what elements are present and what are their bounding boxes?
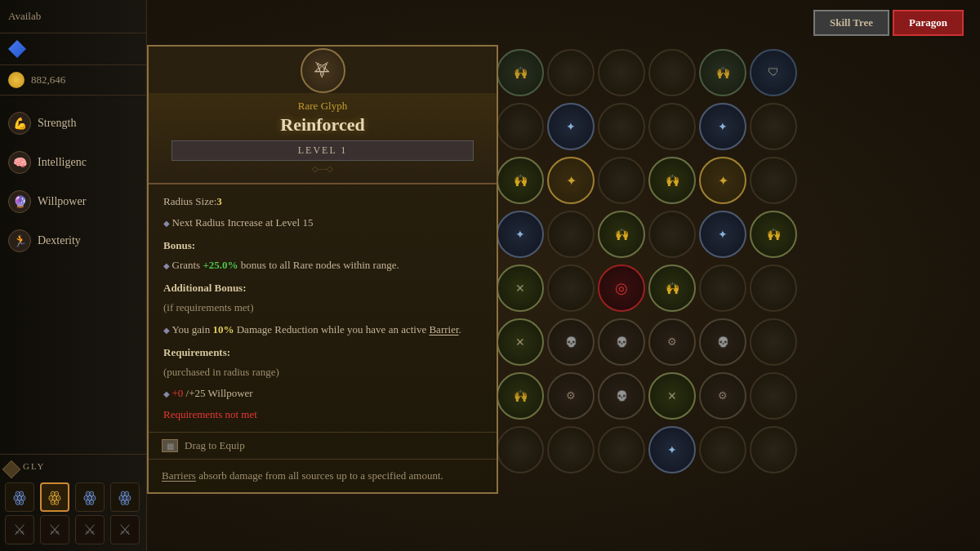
additional-end: .	[459, 323, 461, 335]
sidebar: Availab 882,646 💪 Strength 🧠 Intelligenc…	[0, 0, 147, 551]
node-2-2[interactable]: ✦	[547, 103, 595, 150]
node-1-5[interactable]: 🙌	[699, 49, 746, 96]
node-8-2[interactable]	[547, 426, 595, 473]
node-7-6[interactable]	[750, 372, 797, 420]
req-value-line: +0 /+25 Willpower	[163, 384, 482, 402]
drag-icon: ▦	[162, 439, 178, 452]
dexterity-label: Dexterity	[38, 234, 81, 247]
glyph-slot-3[interactable]: ꙮ	[75, 482, 105, 512]
node-6-4[interactable]: ⚙	[648, 318, 696, 366]
node-4-4[interactable]	[648, 211, 696, 258]
node-8-5[interactable]	[699, 426, 746, 473]
grid-row-8: ✦	[497, 426, 973, 473]
node-5-1[interactable]: ✕	[497, 264, 544, 312]
node-7-4[interactable]: ✕	[648, 372, 696, 420]
glyph-symbol-2: ꙮ	[48, 488, 61, 506]
node-6-3[interactable]: 💀	[598, 318, 645, 366]
next-radius-text: Next Radius Increase at Level 15	[172, 216, 314, 229]
node-2-1[interactable]	[497, 103, 544, 150]
node-4-1[interactable]: ✦	[497, 211, 544, 258]
glyph-slot-2[interactable]: ꙮ	[40, 482, 69, 512]
node-3-6[interactable]	[750, 157, 797, 204]
node-2-4[interactable]	[648, 103, 696, 150]
strength-icon: 💪	[8, 112, 31, 135]
glyph-slot-8[interactable]: ⚔	[110, 515, 140, 544]
willpower-label: Willpower	[38, 195, 86, 208]
next-radius-line: Next Radius Increase at Level 15	[163, 214, 482, 232]
node-1-3[interactable]	[598, 49, 645, 96]
stat-willpower[interactable]: 🔮 Willpower	[0, 182, 146, 221]
req-mid: /+25	[183, 387, 207, 399]
barrier-def-text: absorb damage from all sources up to a s…	[196, 469, 443, 482]
node-6-6[interactable]	[750, 318, 797, 366]
glyph-slot-7[interactable]: ⚔	[75, 515, 105, 544]
rare-type-label: Rare Glyph	[155, 100, 490, 113]
tooltip-icon-container: ⛧	[149, 47, 497, 93]
paragon-button[interactable]: Paragon	[893, 10, 964, 36]
if-req-line: (if requirements met)	[163, 299, 482, 317]
node-4-6[interactable]: 🙌	[750, 211, 797, 258]
node-3-3[interactable]	[598, 157, 645, 204]
tooltip-body: Radius Size:3 Next Radius Increase at Le…	[149, 184, 497, 432]
node-4-3[interactable]: 🙌	[598, 211, 645, 258]
node-6-1[interactable]: ✕	[497, 318, 544, 366]
node-6-5[interactable]: 💀	[699, 318, 746, 366]
node-8-6[interactable]	[750, 426, 797, 473]
currency-row	[0, 33, 146, 65]
tooltip-footer: ▦ Drag to Equip	[149, 432, 497, 459]
grid-row-7: 🙌 ⚙ 💀 ✕ ⚙	[497, 372, 973, 420]
node-8-3[interactable]	[598, 426, 645, 473]
node-3-5[interactable]: ✦	[699, 157, 746, 204]
node-7-2[interactable]: ⚙	[547, 372, 595, 420]
glyph-symbol-3: ꙮ	[83, 488, 96, 506]
glyph-slot-1[interactable]: ꙮ	[5, 482, 34, 512]
bonus-title: Bonus:	[163, 237, 482, 255]
node-5-4[interactable]: 🙌	[648, 264, 696, 312]
node-5-5[interactable]	[699, 264, 746, 312]
glyph-slot-6[interactable]: ⚔	[40, 515, 69, 544]
req-title: Requirements:	[163, 344, 482, 362]
node-1-1[interactable]: 🙌	[497, 49, 544, 96]
stats-list: 💪 Strength 🧠 Intelligenc 🔮 Willpower 🏃 D…	[0, 104, 146, 260]
node-3-4[interactable]: 🙌	[648, 157, 696, 204]
paragon-grid: 🙌 🙌 🛡 ✦	[490, 45, 980, 483]
node-1-6[interactable]: 🛡	[750, 49, 797, 96]
node-7-3[interactable]: 💀	[598, 372, 645, 420]
skill-tree-button[interactable]: Skill Tree	[813, 10, 889, 36]
node-2-3[interactable]	[598, 103, 645, 150]
gem-icon	[8, 40, 26, 58]
node-6-2[interactable]: 💀	[547, 318, 595, 366]
glyph-slot-4[interactable]: ꙮ	[110, 482, 140, 512]
stat-dexterity[interactable]: 🏃 Dexterity	[0, 221, 146, 260]
node-3-1[interactable]: 🙌	[497, 157, 544, 204]
node-4-5[interactable]: ✦	[699, 211, 746, 258]
glyph-grid: ꙮ ꙮ ꙮ ꙮ ⚔ ⚔ ⚔ ⚔	[5, 482, 142, 544]
node-5-2[interactable]	[547, 264, 595, 312]
node-7-5[interactable]: ⚙	[699, 372, 746, 420]
grid-row-2: ✦ ✦	[497, 103, 973, 150]
node-8-4[interactable]: ✦	[648, 426, 696, 473]
node-1-4[interactable]	[648, 49, 696, 96]
node-1-2[interactable]	[547, 49, 595, 96]
stat-strength[interactable]: 💪 Strength	[0, 104, 146, 143]
gold-row: 882,646	[0, 65, 146, 96]
grid-row-1: 🙌 🙌 🛡	[497, 49, 973, 96]
bonus-pre: Grants	[172, 259, 203, 271]
glyph-symbol-8: ⚔	[118, 521, 131, 539]
glyph-slot-5[interactable]: ⚔	[5, 515, 34, 544]
barrier-link: Barrier	[429, 323, 458, 335]
node-2-6[interactable]	[750, 103, 797, 150]
node-5-6[interactable]	[750, 264, 797, 312]
top-navigation: Skill Tree Paragon	[813, 10, 964, 36]
node-2-5[interactable]: ✦	[699, 103, 746, 150]
bonus-post: bonus to all Rare nodes within range.	[238, 259, 399, 271]
node-5-3[interactable]: ◎	[598, 264, 645, 312]
bonus-line: Grants +25.0% bonus to all Rare nodes wi…	[163, 256, 482, 274]
node-4-2[interactable]	[547, 211, 595, 258]
grid-row-5: ✕ ◎ 🙌	[497, 264, 973, 312]
stat-intelligence[interactable]: 🧠 Intelligenc	[0, 143, 146, 182]
node-8-1[interactable]	[497, 426, 544, 473]
node-3-2[interactable]: ✦	[547, 157, 595, 204]
paragon-grid-area: 🙌 🙌 🛡 ✦	[490, 45, 980, 551]
node-7-1[interactable]: 🙌	[497, 372, 544, 420]
